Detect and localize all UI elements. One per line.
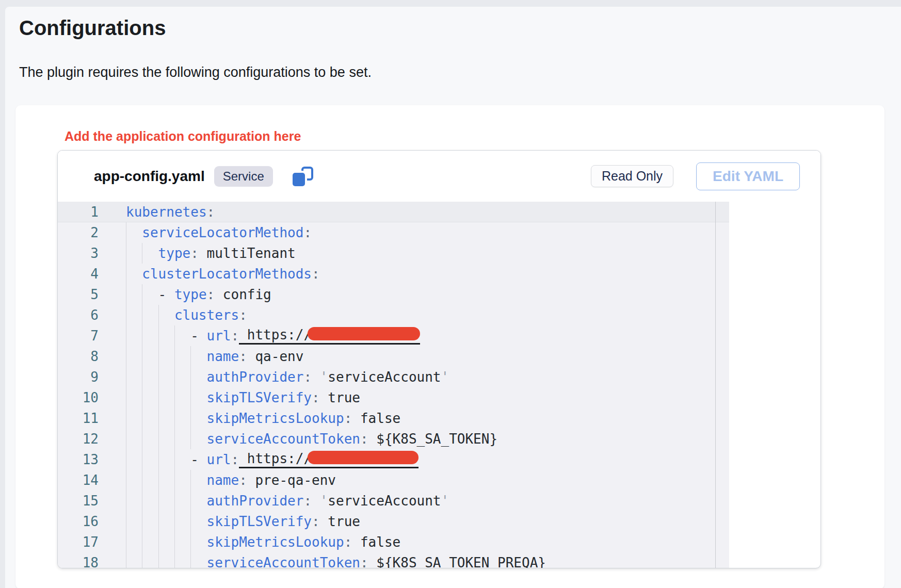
line-number: 11 (58, 411, 126, 426)
yaml-key: kubernetes (126, 204, 207, 220)
yaml-key: serviceAccountToken (207, 555, 360, 568)
code-line: 11skipMetricsLookup: false (58, 408, 729, 429)
copy-icon-front (293, 173, 305, 186)
content-sheet: Configurations The plugin requires the f… (5, 7, 901, 588)
read-only-button[interactable]: Read Only (591, 165, 673, 187)
code-line: 15authProvider: 'serviceAccount' (58, 491, 729, 511)
line-number: 3 (58, 246, 126, 261)
code-line: 7- url: https:// (58, 325, 729, 346)
scrollbar-track[interactable] (715, 202, 716, 568)
redacted-url: https:// (239, 451, 419, 468)
code-line: 14name: pre-qa-env (58, 470, 729, 491)
code-line: 6clusters: (58, 305, 729, 325)
code-line: 13- url: https:// (58, 449, 729, 470)
editor-header: app-config.yaml Service Read Only Edit Y… (58, 151, 820, 202)
line-number: 5 (58, 287, 126, 302)
redaction-bar (308, 451, 419, 464)
line-number: 17 (58, 534, 126, 550)
yaml-key: authProvider (207, 493, 304, 509)
line-number: 14 (58, 472, 126, 488)
yaml-key: clusterLocatorMethods (142, 266, 312, 282)
yaml-key: url (207, 328, 231, 344)
yaml-key: name (207, 472, 239, 488)
line-number: 1 (58, 204, 126, 220)
copy-icon[interactable] (293, 167, 313, 186)
line-number: 8 (58, 349, 126, 364)
redacted-url: https:// (239, 327, 420, 345)
redaction-bar (308, 327, 420, 340)
code-line: 2serviceLocatorMethod: (58, 222, 729, 243)
yaml-key: skipTLSVerify (207, 514, 312, 529)
yaml-key: skipTLSVerify (207, 390, 312, 405)
code-line: 5- type: config (58, 284, 729, 305)
configuration-panel: Add the application configuration here a… (15, 105, 884, 588)
page-title: Configurations (19, 15, 901, 40)
code-line: 10skipTLSVerify: true (58, 387, 729, 408)
line-number: 9 (58, 369, 126, 385)
code-line: 8name: qa-env (58, 346, 729, 367)
line-number: 13 (58, 452, 126, 467)
line-number: 4 (58, 266, 126, 282)
yaml-key: skipMetricsLookup (207, 534, 344, 550)
yaml-key: serviceAccountToken (207, 431, 360, 447)
code-line: 3type: multiTenant (58, 243, 729, 264)
page-intro: The plugin requires the following config… (19, 64, 901, 81)
line-number: 2 (58, 225, 126, 240)
yaml-key: type (174, 287, 207, 302)
line-number: 7 (58, 328, 126, 344)
yaml-key: url (207, 452, 231, 467)
yaml-key: type (158, 246, 191, 261)
config-note: Add the application configuration here (65, 128, 884, 144)
line-number: 6 (58, 307, 126, 323)
code-line: 17skipMetricsLookup: false (58, 532, 729, 552)
edit-yaml-button[interactable]: Edit YAML (696, 162, 800, 190)
filename: app-config.yaml (94, 168, 205, 185)
service-badge: Service (214, 166, 273, 187)
yaml-key: authProvider (207, 369, 304, 385)
code-line: 4clusterLocatorMethods: (58, 264, 729, 284)
code-line: 12serviceAccountToken: ${K8S_SA_TOKEN} (58, 429, 729, 449)
line-number: 18 (58, 555, 126, 568)
yaml-key: serviceLocatorMethod (142, 225, 303, 240)
line-number: 10 (58, 390, 126, 405)
code-line: 18serviceAccountToken: ${K8S_SA_TOKEN_PR… (58, 552, 729, 568)
yaml-key: skipMetricsLookup (207, 411, 344, 426)
yaml-editor-card: app-config.yaml Service Read Only Edit Y… (57, 150, 821, 568)
code-line: 9authProvider: 'serviceAccount' (58, 367, 729, 387)
yaml-key: name (207, 349, 239, 364)
line-number: 16 (58, 514, 126, 529)
code-line: 1kubernetes: (58, 202, 729, 222)
yaml-key: clusters (174, 307, 239, 323)
line-number: 12 (58, 431, 126, 447)
code-line: 16skipTLSVerify: true (58, 511, 729, 532)
line-number: 15 (58, 493, 126, 509)
yaml-code-editor[interactable]: 1kubernetes:2serviceLocatorMethod:3type:… (58, 202, 729, 568)
